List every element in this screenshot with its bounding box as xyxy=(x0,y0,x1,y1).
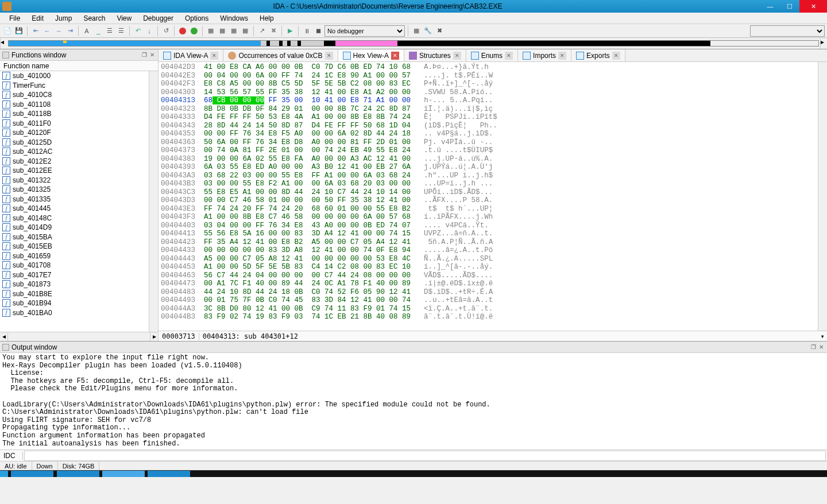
watch2-icon[interactable]: 🔧 xyxy=(423,26,433,36)
forward-far-icon[interactable]: ⇥ xyxy=(65,26,75,36)
function-item[interactable]: fsub_40148C xyxy=(0,214,158,223)
up-icon[interactable]: ↶ xyxy=(133,26,143,36)
function-item[interactable]: fsub_401B8E xyxy=(0,289,158,299)
hex-row[interactable]: 004043F3 A1 00 00 8B E8 C7 46 58 00 00 0… xyxy=(161,213,825,222)
step-icon[interactable]: ↺ xyxy=(161,26,171,36)
function-item[interactable]: fsub_4015EB xyxy=(0,242,158,251)
new-icon[interactable]: 📄 xyxy=(2,26,13,36)
panel-restore-icon[interactable]: ❐ xyxy=(141,52,148,59)
function-item[interactable]: fsub_4011F0 xyxy=(0,119,158,129)
function-item[interactable]: fTimerFunc xyxy=(0,81,158,91)
hex-row[interactable]: 004044A3 3C 8B D0 80 12 41 00 0B C9 74 1… xyxy=(161,305,825,313)
tab-close-icon[interactable]: ✕ xyxy=(453,52,461,60)
task-item[interactable] xyxy=(0,471,8,477)
functions-column-header[interactable]: Function name xyxy=(0,61,158,71)
quick-search[interactable] xyxy=(750,25,825,37)
chart1-icon[interactable]: ▦ xyxy=(206,26,216,36)
hex-row[interactable]: 004043E3 FF 74 24 20 FF 74 24 20 68 60 0… xyxy=(161,205,825,214)
tab-occurrences-of-value-0xcb[interactable]: Occurrences of value 0xCB✕ xyxy=(223,49,338,61)
menu-file[interactable]: File xyxy=(3,13,26,24)
functions-scrollbar-v[interactable] xyxy=(149,71,158,332)
function-item[interactable]: fsub_401335 xyxy=(0,195,158,204)
tab-close-icon[interactable]: ✕ xyxy=(558,52,566,60)
hex-row[interactable]: 00404453 A1 00 00 5D 5F 5E 5B 83 C4 14 C… xyxy=(161,263,825,272)
function-item[interactable]: fsub_4015BA xyxy=(0,232,158,242)
task-item[interactable] xyxy=(148,471,190,477)
maximize-button[interactable]: ☐ xyxy=(780,0,799,13)
back-icon[interactable]: ← xyxy=(42,26,52,36)
hex-scrollbar-v[interactable] xyxy=(818,62,827,331)
hex-row[interactable]: 004043A3 03 68 22 03 00 00 55 E8 FF A1 0… xyxy=(161,172,825,180)
hex-row[interactable]: 00404303 14 53 56 57 55 FF 35 38 12 41 0… xyxy=(161,88,825,97)
hex-row[interactable]: 004043C3 55 E8 E5 A1 00 00 8D 44 24 10 C… xyxy=(161,188,825,197)
function-item[interactable]: fsub_401445 xyxy=(0,204,158,214)
task-item[interactable] xyxy=(11,471,53,477)
task-item[interactable] xyxy=(57,471,99,477)
function-item[interactable]: fsub_40118B xyxy=(0,109,158,119)
function-item[interactable]: fsub_401B94 xyxy=(0,298,158,308)
chart4-icon[interactable]: ▦ xyxy=(240,26,250,36)
function-item[interactable]: fsub_401873 xyxy=(0,280,158,289)
function-item[interactable]: fsub_401108 xyxy=(0,100,158,110)
menu-search[interactable]: Search xyxy=(78,13,111,24)
hex-row[interactable]: 00404353 00 00 FF 76 34 E8 F5 A0 00 00 6… xyxy=(161,130,825,138)
menu-help[interactable]: Help xyxy=(254,13,280,24)
hex-row[interactable]: 004044B3 83 F9 02 74 19 83 F9 03 74 1C E… xyxy=(161,313,825,321)
tab-ida-view-a[interactable]: IDA View-A✕ xyxy=(159,49,223,61)
binary-icon[interactable]: A xyxy=(82,26,92,36)
menu-debugger[interactable]: Debugger xyxy=(137,13,179,24)
output-log[interactable]: You may start to explore the input file … xyxy=(0,353,827,449)
tab-structures[interactable]: Structures✕ xyxy=(404,49,466,61)
debugger-select[interactable]: No debugger xyxy=(324,25,405,37)
hex-row[interactable]: 00404373 00 74 0A 81 FF 2E 01 00 00 74 2… xyxy=(161,146,825,155)
hex-row[interactable]: 00404483 44 24 10 8D 44 24 18 0B C0 74 5… xyxy=(161,288,825,297)
function-item[interactable]: fsub_4012E2 xyxy=(0,157,158,166)
bp-icon[interactable] xyxy=(177,26,188,36)
tab-close-icon[interactable]: ✕ xyxy=(505,52,513,60)
function-item[interactable]: fsub_40120F xyxy=(0,128,158,138)
tab-imports[interactable]: Imports✕ xyxy=(518,49,571,61)
hex-row[interactable]: 00404413 55 56 E8 5A 16 00 00 83 3D A4 1… xyxy=(161,230,825,238)
goto-icon[interactable]: ↗ xyxy=(257,26,267,36)
hex-row[interactable]: 00404313 68 CB 00 00 00 FF 35 00 10 41 0… xyxy=(161,96,825,105)
hex-row[interactable]: 00404333 D4 FE FF FF 50 53 E8 4A A1 00 0… xyxy=(161,113,825,122)
menu-view[interactable]: View xyxy=(111,13,137,24)
tab-close-icon[interactable]: ✕ xyxy=(325,52,333,60)
pause-icon[interactable]: ⏸ xyxy=(302,26,312,36)
chart3-icon[interactable]: ▦ xyxy=(229,26,239,36)
close-button[interactable]: ✕ xyxy=(799,0,827,13)
hex-row[interactable]: 00404443 A5 00 00 C7 05 A8 12 41 00 00 0… xyxy=(161,255,825,263)
nav-scroll-left[interactable]: ◂ xyxy=(0,38,7,49)
task-item[interactable] xyxy=(102,471,145,477)
output-restore-icon[interactable]: ❐ xyxy=(810,344,817,351)
function-item[interactable]: fsub_4012EE xyxy=(0,166,158,176)
navigation-band[interactable] xyxy=(8,40,819,46)
hex-row[interactable]: 00404463 56 C7 44 24 04 00 00 00 00 C7 4… xyxy=(161,272,825,280)
tab-exports[interactable]: Exports✕ xyxy=(571,49,625,61)
hex-row[interactable]: 00404493 00 01 75 7F 0B C0 74 45 83 3D 8… xyxy=(161,296,825,305)
function-item[interactable]: fsub_401325 xyxy=(0,185,158,195)
back-far-icon[interactable]: ⇤ xyxy=(30,26,41,36)
menu-edit[interactable]: Edit xyxy=(26,13,49,24)
chart2-icon[interactable]: ▦ xyxy=(217,26,227,36)
tab-close-icon[interactable]: ✕ xyxy=(391,52,399,60)
status-dropdown-icon[interactable]: ▾ xyxy=(818,332,827,340)
function-item[interactable]: fsub_4014D9 xyxy=(0,223,158,232)
hex-row[interactable]: 004042F3 E8 C8 A5 00 00 8B C5 5D 5F 5E 5… xyxy=(161,80,825,88)
function-item[interactable]: fsub_4017E7 xyxy=(0,270,158,280)
hex-row[interactable]: 00404433 00 00 00 00 00 83 3D A8 12 41 0… xyxy=(161,246,825,255)
hex-row[interactable]: 00404423 FF 35 A4 12 41 00 E8 B2 A5 00 0… xyxy=(161,238,825,247)
hex-row[interactable]: 00404323 8B D8 0B DB 0F 84 29 01 00 00 8… xyxy=(161,105,825,114)
hex-row[interactable]: 00404363 50 6A 00 FF 76 34 E8 D8 A0 00 0… xyxy=(161,138,825,147)
run-icon[interactable] xyxy=(189,26,199,36)
function-item[interactable]: fsub_40125D xyxy=(0,138,158,148)
idc-input[interactable] xyxy=(24,451,826,461)
minimize-button[interactable]: — xyxy=(760,0,780,13)
panel-close-icon[interactable]: ✕ xyxy=(149,52,156,59)
functions-scrollbar-h[interactable]: ◂ ▸ xyxy=(0,332,158,341)
menu-options[interactable]: Options xyxy=(179,13,214,24)
hex-row[interactable]: 004042D3 41 00 E8 CA A6 00 00 0B C0 7D C… xyxy=(161,63,825,72)
hex-view[interactable]: 004042D3 41 00 E8 CA A6 00 00 0B C0 7D C… xyxy=(159,62,827,331)
function-item[interactable]: fsub_4010C8 xyxy=(0,90,158,100)
function-item[interactable]: fsub_401659 xyxy=(0,251,158,261)
